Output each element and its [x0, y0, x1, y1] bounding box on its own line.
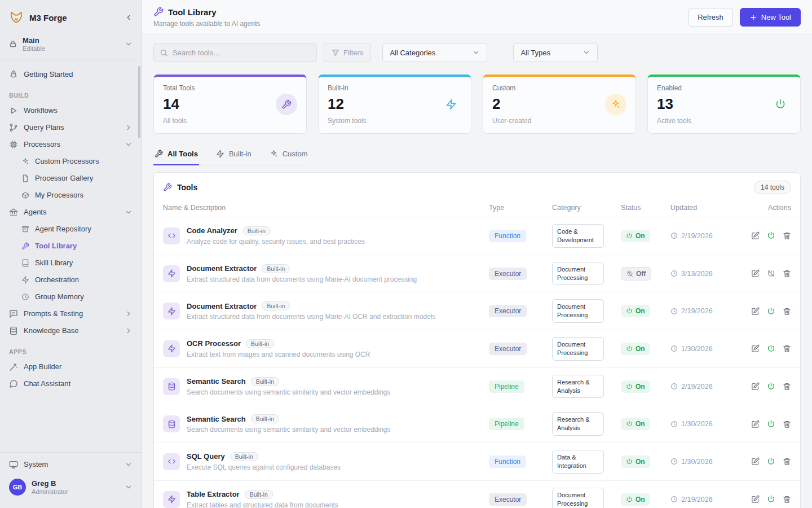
sidebar-item-processor-gallery[interactable]: Processor Gallery [0, 170, 142, 187]
toggle-power-icon[interactable] [767, 457, 775, 466]
power-icon [626, 233, 633, 239]
delete-icon[interactable] [783, 269, 791, 278]
clock-icon [670, 308, 678, 315]
toggle-power-icon[interactable] [767, 420, 775, 428]
tool-icon [163, 303, 180, 319]
delete-icon[interactable] [783, 457, 791, 466]
table-row: Document Extractor Built-in Extract stru… [154, 255, 800, 292]
edit-icon[interactable] [751, 420, 760, 428]
table-row: Code Analyzer Built-in Analyze code for … [154, 217, 800, 255]
type-select[interactable]: All Types [513, 43, 598, 62]
sidebar-item-app-builder[interactable]: App Builder [0, 358, 142, 375]
sidebar-item-skill-library[interactable]: Skill Library [0, 255, 142, 271]
edit-icon[interactable] [751, 269, 760, 278]
chevron-down-icon [472, 49, 480, 56]
tool-name: Semantic Search [187, 377, 246, 386]
table-row: Semantic Search Built-in Search document… [154, 405, 800, 443]
workspace-name: Main [23, 36, 45, 45]
sidebar-item-query-plans[interactable]: Query Plans [0, 119, 142, 136]
stat-sub: System tools [328, 117, 367, 125]
tool-description: Extract text from images and scanned doc… [187, 351, 370, 358]
sidebar-item-workflows[interactable]: Workflows [0, 102, 142, 119]
toggle-power-icon[interactable] [767, 344, 775, 353]
edit-icon[interactable] [751, 382, 760, 391]
delete-icon[interactable] [783, 307, 791, 316]
wrench-icon [276, 94, 297, 115]
sidebar-item-label: App Builder [24, 362, 61, 371]
tool-name: Document Extractor [187, 302, 257, 310]
sidebar-item-label: Processors [24, 140, 60, 149]
delete-icon[interactable] [783, 231, 791, 240]
sidebar-item-group-memory[interactable]: Group Memory [0, 288, 142, 305]
stat-card-total-tools: Total Tools 14 All tools [153, 75, 307, 134]
message-icon [9, 309, 18, 318]
chevron-down-icon [125, 40, 133, 48]
new-tool-button[interactable]: New Tool [740, 8, 801, 27]
sidebar-item-orchestration[interactable]: Orchestration [0, 271, 142, 288]
edit-icon[interactable] [751, 344, 760, 353]
filters-button[interactable]: Filters [324, 43, 371, 62]
status-badge: On [621, 418, 650, 430]
search-input[interactable] [173, 49, 311, 57]
stat-value: 2 [492, 95, 531, 113]
tab-all-tools[interactable]: All Tools [153, 144, 199, 165]
sparkles-icon [21, 157, 29, 165]
sidebar-item-knowledge-base[interactable]: Knowledge Base [0, 322, 142, 339]
toggle-power-icon[interactable] [767, 382, 775, 391]
workspace-switcher[interactable]: Main Editable [0, 32, 142, 60]
toggle-power-icon[interactable] [767, 269, 775, 278]
delete-icon[interactable] [783, 382, 791, 391]
sidebar-item-agent-repository[interactable]: Agent Repository [0, 221, 142, 238]
tools-table-card: Tools 14 tools Name & Description Type C… [153, 172, 801, 508]
type-badge: Executor [489, 343, 527, 355]
filter-bar: Filters All Categories All Types [142, 35, 812, 67]
delete-icon[interactable] [783, 495, 791, 503]
toggle-power-icon[interactable] [767, 495, 775, 503]
edit-icon[interactable] [751, 231, 760, 240]
sidebar-item-system[interactable]: System [0, 456, 142, 473]
wrench-icon [153, 7, 164, 17]
sidebar-item-tool-library[interactable]: Tool Library [0, 238, 142, 255]
tab-built-in[interactable]: Built-in [215, 144, 253, 165]
rocket-icon [9, 70, 18, 79]
edit-icon[interactable] [751, 307, 760, 316]
tab-custom[interactable]: Custom [268, 144, 309, 165]
sidebar-item-chat-assistant[interactable]: Chat Assistant [0, 375, 142, 392]
tool-icon [163, 378, 180, 395]
clock-icon [670, 345, 678, 352]
type-badge: Pipeline [489, 380, 524, 393]
stat-cards: Total Tools 14 All tools Built-in 12 Sys… [142, 67, 812, 143]
power-icon [626, 458, 633, 465]
category-select[interactable]: All Categories [382, 43, 487, 62]
search-tools-box[interactable] [153, 43, 317, 62]
sidebar-item-label: Tool Library [35, 242, 77, 251]
wrench-icon [21, 242, 29, 250]
sidebar-item-prompts-testing[interactable]: Prompts & Testing [0, 305, 142, 322]
sidebar-item-agents[interactable]: Agents [0, 204, 142, 221]
user-menu[interactable]: GB Greg B Administrator [0, 473, 142, 503]
updated-cell: 2/19/2026 [670, 496, 744, 503]
tools-table-body: Code Analyzer Built-in Analyze code for … [154, 217, 800, 508]
sidebar-item-label: Skill Library [35, 259, 73, 268]
edit-icon[interactable] [751, 495, 760, 503]
collapse-sidebar-icon[interactable] [125, 14, 133, 21]
sidebar-item-my-processors[interactable]: My Processors [0, 187, 142, 204]
category-box: Document Processing [552, 337, 604, 361]
category-box: Document Processing [552, 262, 604, 286]
wrench-icon [155, 150, 163, 158]
page-subtitle: Manage tools available to AI agents [153, 20, 260, 28]
search-icon [160, 49, 168, 57]
toggle-power-icon[interactable] [767, 231, 775, 240]
status-badge: On [621, 456, 650, 468]
delete-icon[interactable] [783, 344, 791, 353]
tool-icon [163, 453, 180, 470]
refresh-button[interactable]: Refresh [688, 8, 733, 27]
sidebar-item-getting-started[interactable]: Getting Started [0, 66, 142, 83]
toggle-power-icon[interactable] [767, 307, 775, 316]
delete-icon[interactable] [783, 420, 791, 428]
edit-icon[interactable] [751, 457, 760, 466]
tool-name: Code Analyzer [187, 226, 237, 235]
sidebar-item-processors[interactable]: Processors [0, 136, 142, 153]
sidebar-item-custom-processors[interactable]: Custom Processors [0, 153, 142, 170]
chevron-right-icon [125, 327, 133, 335]
